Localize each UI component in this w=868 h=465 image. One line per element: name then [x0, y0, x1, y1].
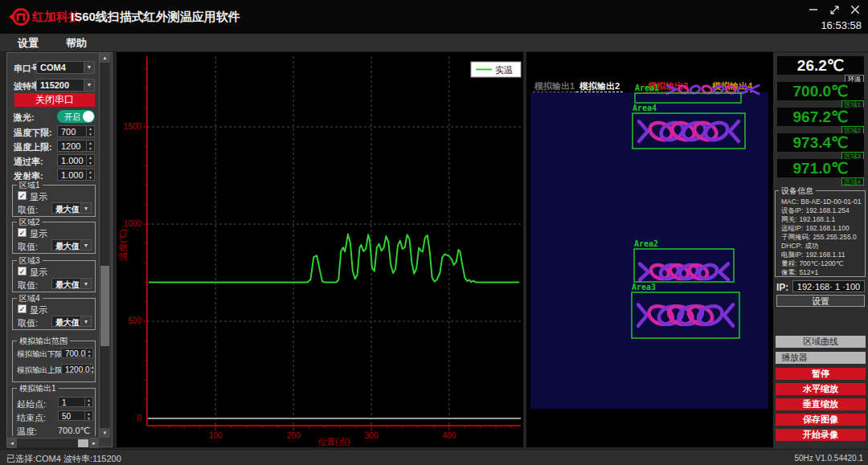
area3-show-checkbox[interactable]: ✓ — [18, 267, 27, 275]
laser-toggle[interactable]: 开启 — [57, 110, 95, 123]
svg-text:500: 500 — [128, 316, 141, 325]
app-window: 红加科技 IS60线扫描式红外测温应用软件 16:53:58 设置 帮助 串口号… — [0, 0, 868, 465]
spinner-arrows[interactable]: ▲▼ — [86, 141, 94, 151]
statusbar: 已选择:COM4 波特率:115200 50Hz V1.0.54420.1 — [0, 449, 868, 465]
svg-text:0: 0 — [137, 414, 141, 422]
area2-temp-readout: 967.2℃ — [777, 108, 864, 126]
area1-value-select[interactable]: 最大值 ▼ — [51, 202, 92, 214]
svg-text:Area4: Area4 — [633, 104, 657, 112]
temperature-chart-panel: 100200300400050010001500温度(℃)位置(点)实温 — [117, 52, 523, 447]
spinner-arrows[interactable]: ▲▼ — [86, 169, 94, 180]
status-version: 50Hz V1.0.54420.1 — [794, 454, 863, 463]
temp-upper-input[interactable]: 1200 ▲▼ — [57, 140, 95, 152]
scroll-left-icon[interactable]: ◄ — [7, 438, 17, 448]
menu-help[interactable]: 帮助 — [66, 36, 87, 51]
chevron-down-icon[interactable]: ▼ — [80, 240, 91, 250]
svg-text:300: 300 — [365, 431, 379, 440]
vertical-scrollbar[interactable]: ▲ ▼ — [99, 53, 109, 438]
area3-group: 区域3 ✓ 显示 取值: 最大值 ▼ — [12, 260, 96, 292]
area4-show-checkbox[interactable]: ✓ — [18, 304, 27, 313]
analog-range-group: 模拟输出范围 模拟输出下限: 700.0 ▲▼ 模拟输出上限: 1200.0 ▲… — [12, 341, 96, 382]
chevron-down-icon[interactable]: ▼ — [84, 62, 94, 73]
horizontal-zoom-button[interactable]: 水平缩放 — [776, 383, 866, 395]
svg-text:1500: 1500 — [124, 122, 142, 131]
laser-label: 激光: — [14, 112, 35, 124]
emissivity-input[interactable]: 1.000 ▲▼ — [57, 169, 95, 181]
temp-upper-label: 温度上限: — [14, 141, 52, 153]
titlebar: 红加科技 IS60线扫描式红外测温应用软件 16:53:58 — [0, 0, 868, 34]
area3-value-select[interactable]: 最大值 ▼ — [51, 278, 92, 289]
spinner-arrows[interactable]: ▲▼ — [90, 365, 95, 373]
temperature-line-chart: 100200300400050010001500温度(℃)位置(点)实温 — [117, 52, 523, 447]
svg-text:200: 200 — [287, 431, 301, 440]
area4-temp-tag: 区域4 — [841, 177, 864, 186]
close-port-button[interactable]: 关闭串口 — [14, 93, 95, 107]
app-title: IS60线扫描式红外测温应用软件 — [71, 10, 240, 25]
readout-sidebar: 26.2℃ 环温 700.0℃ 区域1 967.2℃ 区域2 973.4℃ 区域… — [773, 52, 868, 449]
temp-lower-label: 温度下限: — [14, 127, 52, 139]
scroll-up-icon[interactable]: ▲ — [100, 53, 110, 63]
start-record-button[interactable]: 开始录像 — [776, 429, 866, 441]
svg-text:温度(℃): 温度(℃) — [118, 229, 128, 260]
area1-group: 区域1 ✓ 显示 取值: 最大值 ▼ — [12, 185, 96, 217]
serial-port-select[interactable]: COM4 ▼ — [36, 61, 95, 74]
svg-text:实温: 实温 — [495, 65, 513, 75]
ip-set-button[interactable]: 设置 — [776, 295, 865, 307]
end-point-input[interactable]: 50 ▲▼ — [58, 410, 93, 421]
spinner-arrows[interactable]: ▲▼ — [86, 126, 94, 137]
baud-rate-select[interactable]: 115200 ▼ — [36, 79, 95, 92]
svg-text:400: 400 — [443, 431, 457, 440]
ip-label: IP: — [776, 282, 788, 293]
pass-rate-input[interactable]: 1.000 ▲▼ — [57, 154, 95, 166]
svg-text:100: 100 — [209, 431, 223, 440]
start-point-input[interactable]: 1 ▲▼ — [58, 397, 93, 407]
pause-button[interactable]: 暂停 — [776, 368, 866, 380]
clock: 16:53:58 — [821, 19, 862, 31]
pass-rate-label: 通过率: — [14, 156, 43, 168]
analog-out1-temp: 700.0℃ — [58, 426, 90, 436]
scrollbar-thumb[interactable] — [78, 439, 88, 447]
area4-value-select[interactable]: 最大值 ▼ — [51, 316, 92, 327]
chevron-down-icon[interactable]: ▼ — [80, 316, 91, 326]
area-curve-button[interactable]: 区域曲线 — [776, 336, 866, 348]
save-image-button[interactable]: 保存图像 — [776, 414, 866, 426]
thermal-image: Area1Area4Area2Area3 — [526, 52, 773, 447]
ambient-temp-readout: 26.2℃ — [777, 56, 864, 75]
toggle-knob — [83, 111, 94, 122]
area1-show-checkbox[interactable]: ✓ — [18, 191, 27, 200]
chevron-down-icon[interactable]: ▼ — [80, 279, 91, 288]
analog-lower-input[interactable]: 700.0 ▲▼ — [61, 348, 93, 358]
area4-temp-readout: 971.0℃ — [777, 159, 864, 177]
device-info-group: 设备信息 MAC:B8-AE-1D-00-01-01 设备IP:192.168.… — [775, 190, 866, 277]
spinner-arrows[interactable]: ▲▼ — [84, 411, 92, 420]
thermal-image-panel: 模拟输出1 模拟输出2 模拟输出3 模拟输出4 Area1Area4Area2A… — [526, 52, 773, 447]
scroll-down-icon[interactable]: ▼ — [100, 428, 110, 438]
spinner-arrows[interactable]: ▲▼ — [85, 349, 92, 357]
svg-text:位置(点): 位置(点) — [317, 437, 350, 447]
spinner-arrows[interactable]: ▲▼ — [84, 398, 92, 406]
horizontal-scrollbar[interactable]: ◄ ► — [7, 438, 99, 447]
area4-group: 区域4 ✓ 显示 取值: 最大值 ▼ — [12, 298, 96, 330]
ip-address-field[interactable]: 192·168· 1 ·100 — [792, 280, 865, 292]
area3-temp-readout: 973.4℃ — [777, 133, 864, 152]
menu-settings[interactable]: 设置 — [18, 36, 39, 51]
svg-text:Area2: Area2 — [634, 239, 658, 248]
temp-lower-input[interactable]: 700 ▲▼ — [57, 125, 95, 137]
analog-upper-input[interactable]: 1200.0 ▲▼ — [61, 364, 93, 374]
close-button[interactable] — [849, 4, 862, 15]
vertical-zoom-button[interactable]: 垂直缩放 — [776, 398, 866, 410]
spinner-arrows[interactable]: ▲▼ — [86, 155, 94, 165]
menubar: 设置 帮助 — [0, 34, 868, 52]
area2-show-checkbox[interactable]: ✓ — [18, 228, 27, 237]
area2-value-select[interactable]: 最大值 ▼ — [51, 239, 92, 251]
chevron-down-icon[interactable]: ▼ — [80, 203, 91, 213]
minimize-button[interactable] — [807, 4, 820, 15]
control-sidebar: 串口号: COM4 ▼ 波特率: 115200 ▼ 关闭串口 激光: 开启 温度… — [6, 52, 113, 447]
scrollbar-thumb[interactable] — [100, 266, 109, 346]
area1-temp-readout: 700.0℃ — [777, 82, 864, 100]
chevron-down-icon[interactable]: ▼ — [84, 80, 94, 91]
player-button[interactable]: 播放器 — [776, 352, 866, 364]
scroll-right-icon[interactable]: ► — [89, 438, 99, 448]
maximize-button[interactable] — [828, 4, 841, 15]
area2-group: 区域2 ✓ 显示 取值: 最大值 ▼ — [12, 222, 96, 254]
